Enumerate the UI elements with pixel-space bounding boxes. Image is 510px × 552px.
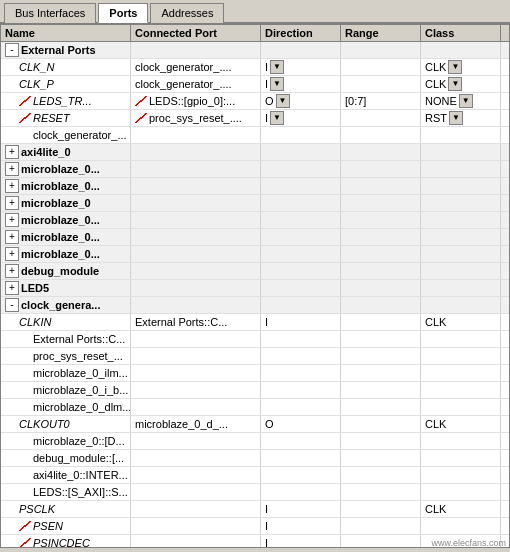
table-row[interactable]: CLKOUT0microblaze_0_d_...OCLK (1, 416, 509, 433)
cell-name: microblaze_0_ilm... (1, 365, 131, 381)
table-row[interactable]: +microblaze_0... (1, 229, 509, 246)
expand-icon[interactable]: + (5, 162, 19, 176)
table-row[interactable]: RESETproc_sys_reset_....I▼RST▼ (1, 110, 509, 127)
data-label: CLKOUT0 (19, 418, 70, 430)
table-row[interactable]: microblaze_0_i_b... (1, 382, 509, 399)
group-label: axi4lite_0 (21, 146, 71, 158)
cell-range (341, 535, 421, 548)
cell-connected (131, 382, 261, 398)
expand-icon[interactable]: + (5, 145, 19, 159)
class-value: CLK (425, 503, 446, 515)
cell-range (341, 433, 421, 449)
data-label: microblaze_0_dlm... (33, 401, 131, 413)
red-line-icon (19, 521, 31, 531)
cell-name: CLK_P (1, 76, 131, 92)
cell-direction (261, 280, 341, 296)
cell-direction (261, 382, 341, 398)
cell-direction: I (261, 535, 341, 548)
cell-range (341, 484, 421, 500)
cell-name: proc_sys_reset_... (1, 348, 131, 364)
table-row[interactable]: microblaze_0::[D... (1, 433, 509, 450)
cell-range (341, 331, 421, 347)
class-dropdown[interactable]: ▼ (449, 111, 463, 125)
cell-direction (261, 399, 341, 415)
table-row[interactable]: +microblaze_0... (1, 212, 509, 229)
cell-range (341, 246, 421, 262)
red-line-icon (135, 96, 147, 106)
class-dropdown[interactable]: ▼ (459, 94, 473, 108)
cell-direction: I▼ (261, 59, 341, 75)
group-label: External Ports (21, 44, 96, 56)
cell-name: +microblaze_0... (1, 178, 131, 194)
table-row[interactable]: clock_generator_... (1, 127, 509, 144)
cell-name: +microblaze_0... (1, 246, 131, 262)
tab-bus-interfaces[interactable]: Bus Interfaces (4, 3, 96, 23)
table-row[interactable]: PSENI (1, 518, 509, 535)
expand-icon[interactable]: - (5, 43, 19, 57)
table-row[interactable]: axi4lite_0::INTER... (1, 467, 509, 484)
direction-dropdown[interactable]: ▼ (270, 60, 284, 74)
expand-icon[interactable]: + (5, 213, 19, 227)
cell-class: CLK (421, 501, 501, 517)
direction-dropdown[interactable]: ▼ (270, 111, 284, 125)
table-row[interactable]: External Ports::C... (1, 331, 509, 348)
column-header-row: Name Connected Port Direction Range Clas… (1, 25, 509, 42)
tab-addresses[interactable]: Addresses (150, 3, 224, 23)
table-row[interactable]: CLK_Pclock_generator_....I▼CLK▼ (1, 76, 509, 93)
class-value: CLK (425, 61, 446, 73)
data-label: microblaze_0::[D... (33, 435, 125, 447)
table-row[interactable]: +microblaze_0... (1, 246, 509, 263)
table-row[interactable]: debug_module::[... (1, 450, 509, 467)
table-row[interactable]: +microblaze_0 (1, 195, 509, 212)
cell-name: PSCLK (1, 501, 131, 517)
red-line-icon (135, 113, 147, 123)
connected-value: External Ports::C... (135, 316, 227, 328)
data-label: debug_module::[... (33, 452, 124, 464)
table-row[interactable]: LEDS_TR...LEDS::[gpio_0]:...O▼[0:7]NONE▼ (1, 93, 509, 110)
table-row[interactable]: -clock_genera... (1, 297, 509, 314)
cell-class (421, 127, 501, 143)
table-row[interactable]: microblaze_0_dlm... (1, 399, 509, 416)
class-dropdown[interactable]: ▼ (448, 60, 462, 74)
cell-range (341, 314, 421, 330)
table-row[interactable]: CLK_Nclock_generator_....I▼CLK▼ (1, 59, 509, 76)
expand-icon[interactable]: + (5, 281, 19, 295)
expand-icon[interactable]: + (5, 247, 19, 261)
table-row[interactable]: microblaze_0_ilm... (1, 365, 509, 382)
table-row[interactable]: +microblaze_0... (1, 178, 509, 195)
table-row[interactable]: +axi4lite_0 (1, 144, 509, 161)
table-row[interactable]: LEDS::[S_AXI]::S... (1, 484, 509, 501)
cell-name: PSEN (1, 518, 131, 534)
cell-class (421, 433, 501, 449)
cell-connected: clock_generator_.... (131, 76, 261, 92)
table-row[interactable]: +debug_module (1, 263, 509, 280)
expand-icon[interactable]: + (5, 264, 19, 278)
cell-range (341, 518, 421, 534)
cell-direction (261, 178, 341, 194)
tab-ports[interactable]: Ports (98, 3, 148, 23)
table-row[interactable]: proc_sys_reset_... (1, 348, 509, 365)
cell-class: NONE▼ (421, 93, 501, 109)
cell-range (341, 144, 421, 160)
table-row[interactable]: CLKINExternal Ports::C...ICLK (1, 314, 509, 331)
direction-dropdown[interactable]: ▼ (276, 94, 290, 108)
expand-icon[interactable]: + (5, 230, 19, 244)
range-value: [0:7] (345, 95, 366, 107)
direction-dropdown[interactable]: ▼ (270, 77, 284, 91)
table-row[interactable]: +LED5 (1, 280, 509, 297)
class-dropdown[interactable]: ▼ (448, 77, 462, 91)
expand-icon[interactable]: - (5, 298, 19, 312)
table-row[interactable]: PSCLKICLK (1, 501, 509, 518)
cell-range (341, 76, 421, 92)
data-label: CLKIN (19, 316, 51, 328)
table-row[interactable]: +microblaze_0... (1, 161, 509, 178)
cell-range (341, 42, 421, 58)
cell-range (341, 501, 421, 517)
cell-direction (261, 144, 341, 160)
cell-direction (261, 484, 341, 500)
expand-icon[interactable]: + (5, 196, 19, 210)
expand-icon[interactable]: + (5, 179, 19, 193)
cell-range (341, 178, 421, 194)
table-row[interactable]: -External Ports (1, 42, 509, 59)
cell-direction (261, 331, 341, 347)
